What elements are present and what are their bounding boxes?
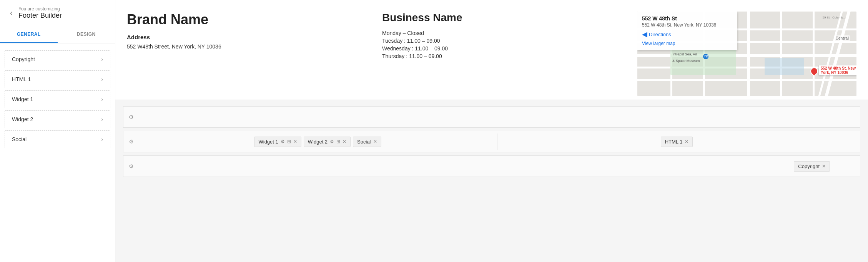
hours-thursday: Thursday : 11.00 – 09.00 — [382, 53, 630, 59]
sidebar-item-label-copyright: Copyright — [12, 56, 35, 62]
widget1-grid-icon[interactable]: ⊞ — [287, 139, 291, 144]
map-place-name: 552 W 48th St — [642, 15, 733, 22]
builder-row-2: ⚙ Widget 1 ⚙ ⊞ ✕ Widget 2 ⚙ ⊞ ✕ — [123, 131, 860, 152]
sidebar-item-social[interactable]: Social › — [5, 130, 110, 148]
map-pin: 552 W 48th St, NewYork, NY 10036 — [810, 67, 818, 75]
widget1-gear-icon[interactable]: ⚙ — [281, 139, 285, 144]
widget1-tag: Widget 1 ⚙ ⊞ ✕ — [254, 137, 301, 147]
map-area[interactable]: Intrepid Sea, Air & Space Museum 59 St -… — [637, 12, 856, 96]
copyright-tag: Copyright ✕ — [794, 161, 830, 172]
sidebar-tabs: GENERAL DESIGN — [0, 26, 115, 43]
sidebar-item-label-widget2: Widget 2 — [12, 116, 33, 122]
chevron-right-icon: › — [101, 76, 103, 82]
map-pin-label: 552 W 48th St, NewYork, NY 10036 — [819, 65, 856, 75]
chevron-right-icon: › — [101, 116, 103, 122]
address-label: Address — [127, 34, 374, 40]
sidebar-item-widget2[interactable]: Widget 2 › — [5, 110, 110, 128]
builder-row-3: ⚙ Copyright ✕ — [123, 155, 860, 177]
row2-col2: HTML 1 ✕ — [497, 134, 856, 150]
brand-name: Brand Name — [127, 12, 374, 28]
sidebar: ‹ You are customizing Footer Builder GEN… — [0, 0, 115, 262]
footer-preview: Brand Name Address 552 W48th Street, New… — [115, 0, 868, 100]
row2-cols: Widget 1 ⚙ ⊞ ✕ Widget 2 ⚙ ⊞ ✕ Social ✕ — [138, 134, 856, 150]
directions-label: Directions — [649, 32, 671, 37]
chevron-right-icon: › — [101, 56, 103, 62]
sidebar-item-copyright[interactable]: Copyright › — [5, 50, 110, 68]
hours-list: Monday – Closed Tuesday : 11.00 – 09.00 … — [382, 30, 630, 59]
widget2-grid-icon[interactable]: ⊞ — [336, 139, 340, 144]
context-label: You are customizing — [18, 6, 62, 12]
sidebar-item-label-social: Social — [12, 136, 27, 142]
widget2-tag: Widget 2 ⚙ ⊞ ✕ — [304, 137, 351, 147]
row3-gear-icon[interactable]: ⚙ — [127, 162, 135, 171]
view-larger-map-link[interactable]: View larger map — [642, 41, 733, 46]
widget2-gear-icon[interactable]: ⚙ — [330, 139, 334, 144]
widget1-label: Widget 1 — [258, 139, 278, 145]
social-label: Social — [357, 139, 371, 145]
footer-col-business: Business Name Monday – Closed Tuesday : … — [382, 12, 637, 92]
copyright-close-icon[interactable]: ✕ — [822, 164, 826, 169]
sidebar-item-label-html1: HTML 1 — [12, 76, 31, 82]
page-title: Footer Builder — [18, 12, 62, 20]
html1-close-icon[interactable]: ✕ — [685, 139, 688, 144]
row2-gear-icon[interactable]: ⚙ — [127, 137, 135, 146]
builder-area: ⚙ ⚙ Widget 1 ⚙ ⊞ ✕ Widget 2 ⚙ ⊞ — [115, 100, 868, 262]
hours-tuesday: Tuesday : 11.00 – 09.00 — [382, 38, 630, 44]
widget2-close-icon[interactable]: ✕ — [343, 139, 346, 144]
sidebar-item-html1[interactable]: HTML 1 › — [5, 70, 110, 88]
directions-button[interactable]: ◀ Directions — [642, 30, 733, 38]
hours-monday: Monday – Closed — [382, 30, 630, 36]
row2-col1: Widget 1 ⚙ ⊞ ✕ Widget 2 ⚙ ⊞ ✕ Social ✕ — [138, 134, 497, 150]
address-text: 552 W48th Street, New York, NY 10036 — [127, 43, 374, 51]
back-button[interactable]: ‹ — [8, 7, 15, 18]
sidebar-item-widget1[interactable]: Widget 1 › — [5, 90, 110, 108]
sidebar-header: ‹ You are customizing Footer Builder — [0, 0, 115, 26]
chevron-right-icon: › — [101, 96, 103, 102]
map-place-address: 552 W 48th St, New York, NY 10036 — [642, 22, 733, 28]
sidebar-items-list: Copyright › HTML 1 › Widget 1 › Widget 2… — [0, 43, 115, 262]
chevron-right-icon: › — [101, 136, 103, 142]
sidebar-item-label-widget1: Widget 1 — [12, 96, 33, 102]
row1-gear-icon[interactable]: ⚙ — [127, 112, 135, 122]
html1-tag: HTML 1 ✕ — [661, 137, 693, 147]
directions-icon: ◀ — [642, 30, 647, 38]
social-close-icon[interactable]: ✕ — [373, 139, 377, 144]
footer-col-brand: Brand Name Address 552 W48th Street, New… — [127, 12, 382, 92]
html1-label: HTML 1 — [665, 139, 683, 145]
tab-general[interactable]: GENERAL — [0, 26, 58, 43]
social-tag: Social ✕ — [353, 137, 381, 147]
map-info-overlay: 552 W 48th St 552 W 48th St, New York, N… — [637, 12, 737, 50]
hours-wednesday: Wednesday : 11.00 – 09.00 — [382, 45, 630, 52]
main-content: Brand Name Address 552 W48th Street, New… — [115, 0, 868, 262]
business-name: Business Name — [382, 12, 630, 24]
widget2-label: Widget 2 — [308, 139, 328, 145]
builder-row-1: ⚙ — [123, 106, 860, 128]
widget1-close-icon[interactable]: ✕ — [293, 139, 297, 144]
tab-design[interactable]: DESIGN — [58, 26, 115, 43]
copyright-label: Copyright — [798, 164, 820, 169]
